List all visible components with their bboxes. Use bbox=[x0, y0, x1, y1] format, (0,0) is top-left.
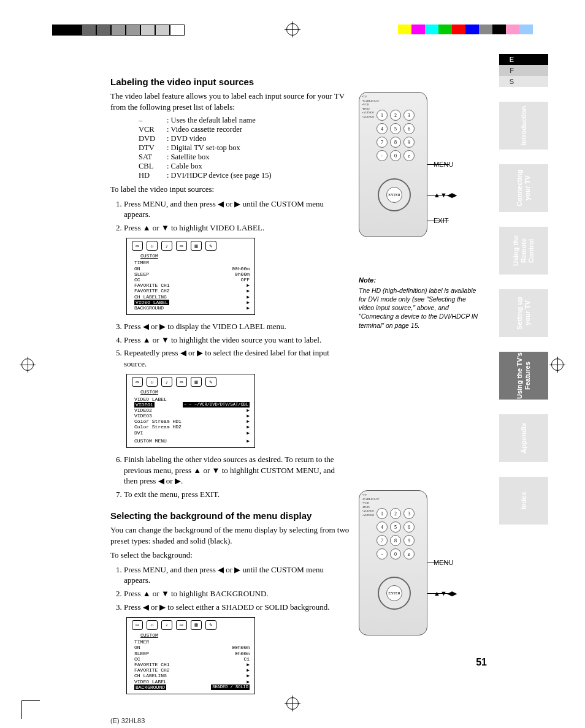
note-heading: Note: bbox=[359, 276, 481, 285]
osd-row: FAVORITE CH1 bbox=[134, 282, 170, 288]
osd-tab-icon: ▭ bbox=[132, 377, 143, 387]
osd-tab-icon: ▦ bbox=[191, 241, 202, 251]
step: Press MENU, and then press ◀ or ▶ until … bbox=[124, 564, 350, 586]
note: Note: The HD (high-definition) label is … bbox=[359, 276, 481, 330]
osd-tab-icon: ☼ bbox=[147, 620, 158, 630]
osd-row: TIMER bbox=[134, 260, 149, 265]
dpad: ENTER bbox=[378, 577, 411, 610]
osd-row-highlight: BACKGROUND bbox=[134, 684, 166, 690]
osd-row: Color Stream HD2 bbox=[134, 424, 182, 430]
osd-tab-icon: ▭ bbox=[176, 241, 187, 251]
remote-diagram-1: •TV •CABLE/SAT •VCR •DVD •AUDIO1 •AUDIO2… bbox=[359, 92, 427, 237]
callout-arrows: ▲▼◀▶ bbox=[434, 191, 457, 199]
lang-tab-f: F bbox=[499, 65, 548, 76]
osd-row-options: – – –/VCR/DVD/DTV/SAT/CBL bbox=[183, 402, 250, 408]
heading-labeling: Labeling the video input sources bbox=[110, 77, 350, 87]
osd-video-label-menu: ▭ ☼ ♪ ▭ ▦ ✎ CUSTOM VIDEO LABEL VIDEO1– –… bbox=[126, 374, 255, 448]
label-code: DVD bbox=[139, 134, 167, 143]
label-code: VCR bbox=[139, 125, 167, 134]
registration-target-top bbox=[286, 23, 299, 36]
osd-tab-icon: ✎ bbox=[205, 241, 216, 251]
osd-row: TIMER bbox=[134, 639, 149, 645]
callout-arrows: ▲▼◀▶ bbox=[434, 590, 457, 597]
tab-index: Index bbox=[499, 477, 548, 525]
osd-row: VIDEO3 bbox=[134, 413, 152, 419]
label-code: – bbox=[139, 116, 167, 125]
lead-background: To select the background: bbox=[110, 550, 350, 561]
osd-row: CH LABELING bbox=[134, 294, 167, 300]
osd-row: FAVORITE CH2 bbox=[134, 288, 170, 294]
osd-tab-icon: ▭ bbox=[132, 620, 143, 630]
label-desc: : Digital TV set-top box bbox=[167, 143, 240, 153]
tab-setting-up: Setting up your TV bbox=[499, 289, 548, 337]
osd-tab-icon: ✎ bbox=[205, 377, 216, 387]
osd-row: CC bbox=[134, 656, 140, 662]
osd-title: CUSTOM bbox=[140, 253, 252, 259]
tab-remote: Using the Remote Control bbox=[499, 227, 548, 275]
lead-labeling: To label the video input sources: bbox=[110, 184, 350, 195]
osd-row: CC bbox=[134, 277, 140, 282]
osd-tab-icon: ☼ bbox=[147, 241, 158, 251]
label-desc: : Cable box bbox=[167, 162, 202, 171]
callout-exit: EXIT bbox=[434, 217, 448, 224]
osd-row: SLEEP bbox=[134, 651, 149, 656]
tab-introduction: Introduction bbox=[499, 102, 548, 150]
callout-menu: MENU bbox=[434, 161, 453, 168]
callout-menu: MENU bbox=[434, 559, 453, 566]
tab-connecting: Connecting your TV bbox=[499, 164, 548, 212]
osd-row-options: SHADED / SOLID bbox=[211, 684, 250, 690]
numpad: 123 456 789 -0e bbox=[377, 110, 415, 161]
osd-title: CUSTOM bbox=[140, 389, 252, 395]
step: Press ▲ or ▼ to highlight VIDEO LABEL. bbox=[124, 222, 350, 233]
osd-tab-icon: ▭ bbox=[176, 620, 187, 630]
grayscale-bars bbox=[52, 25, 185, 36]
intro-labeling: The video label feature allows you to la… bbox=[110, 91, 350, 112]
dpad: ENTER bbox=[378, 178, 411, 211]
osd-tab-icon: ▦ bbox=[191, 377, 202, 387]
enter-button: ENTER bbox=[386, 187, 402, 203]
step: Repeatedly press ◀ or ▶ to select the de… bbox=[124, 347, 350, 369]
label-desc: : Satellite box bbox=[167, 153, 209, 162]
osd-custom-menu-2: ▭ ☼ ♪ ▭ ▦ ✎ CUSTOM TIMER ON00h00m SLEEP0… bbox=[126, 617, 255, 694]
osd-row: SLEEP bbox=[134, 271, 149, 277]
page-number: 51 bbox=[476, 657, 487, 668]
osd-tab-icon: ✎ bbox=[205, 620, 216, 630]
numpad: 123 456 789 -0e bbox=[377, 508, 415, 559]
osd-custom-menu-1: ▭ ☼ ♪ ▭ ▦ ✎ CUSTOM TIMER ON00h00m SLEEP0… bbox=[126, 238, 255, 315]
osd-row: ON bbox=[134, 266, 140, 271]
osd-tab-icon: ♪ bbox=[161, 241, 172, 251]
osd-tab-icon: ♪ bbox=[161, 377, 172, 387]
osd-tab-icon: ♪ bbox=[161, 620, 172, 630]
osd-tab-icon: ▭ bbox=[132, 241, 143, 251]
osd-row: FAVORITE CH2 bbox=[134, 667, 170, 673]
label-code: CBL bbox=[139, 162, 167, 171]
label-code: SAT bbox=[139, 153, 167, 162]
side-tabs: E F S Introduction Connecting your TV Us… bbox=[499, 54, 548, 525]
preset-label-list: –: Uses the default label name VCR: Vide… bbox=[139, 116, 350, 180]
lang-tab-s: S bbox=[499, 76, 548, 87]
step: To exit the menu, press EXIT. bbox=[124, 489, 350, 500]
footer-model: (E) 32HL83 bbox=[110, 717, 145, 724]
osd-row: Color Stream HD1 bbox=[134, 419, 182, 424]
steps-background: Press MENU, and then press ◀ or ▶ until … bbox=[124, 564, 350, 612]
osd-tab-icon: ▭ bbox=[176, 377, 187, 387]
osd-row: CUSTOM MENU bbox=[134, 438, 167, 444]
osd-tab-icon: ☼ bbox=[147, 377, 158, 387]
heading-background: Selecting the background of the menu dis… bbox=[110, 510, 350, 521]
lang-tab-e: E bbox=[499, 54, 548, 65]
osd-tab-icon: ▦ bbox=[191, 620, 202, 630]
osd-subheader: VIDEO LABEL bbox=[134, 396, 167, 402]
label-desc: : Uses the default label name bbox=[167, 116, 256, 125]
osd-row: VIDEO2 bbox=[134, 408, 152, 413]
registration-target-right bbox=[551, 358, 564, 371]
osd-row-highlight: VIDEO LABEL bbox=[134, 300, 169, 305]
step: Press ▲ or ▼ to highlight the video sour… bbox=[124, 335, 350, 346]
osd-row: CH LABELING bbox=[134, 673, 167, 678]
step: Press ◀ or ▶ to select either a SHADED o… bbox=[124, 602, 350, 613]
enter-button: ENTER bbox=[386, 585, 402, 601]
steps-labeling: Press MENU, and then press ◀ or ▶ until … bbox=[124, 199, 350, 233]
osd-row: FAVORITE CH1 bbox=[134, 662, 170, 667]
step: Press MENU, and then press ◀ or ▶ until … bbox=[124, 199, 350, 220]
label-desc: : DVD video bbox=[167, 134, 207, 143]
label-code: DTV bbox=[139, 143, 167, 153]
